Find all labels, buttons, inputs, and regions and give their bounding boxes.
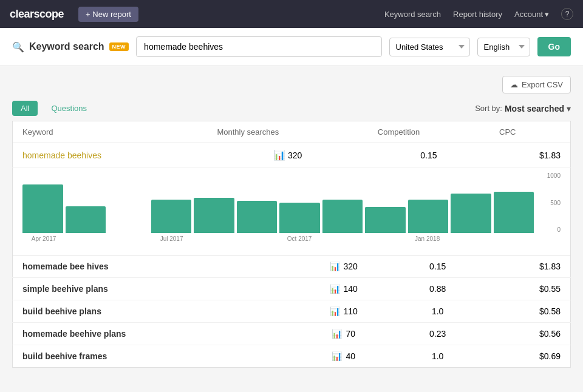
col-cpc: CPC	[489, 121, 570, 143]
x-label-7	[321, 235, 363, 242]
chart-icon[interactable]: 📊	[330, 262, 340, 271]
x-label-11	[491, 235, 534, 242]
table-row: simple beehive plans📊1400.88$0.55	[13, 278, 571, 300]
y-label-1: 500	[550, 200, 561, 206]
y-axis: 10005000	[539, 172, 561, 233]
x-label-9: Jan 2018	[406, 235, 449, 242]
chart-bar-4	[194, 198, 234, 233]
table-header-row: Keyword Monthly searches Competition CPC	[13, 121, 571, 143]
chart-bar-7	[322, 200, 363, 233]
results-table: Keyword Monthly searches Competition CPC…	[12, 121, 571, 255]
main-keyword-name: homemade beehives	[13, 143, 208, 167]
col-competition: Competition	[368, 121, 489, 143]
brand-logo: clearscope	[10, 8, 64, 21]
search-input[interactable]	[136, 36, 381, 57]
export-csv-button[interactable]: ☁ Export CSV	[502, 76, 571, 93]
chart-icon[interactable]: 📊	[332, 329, 342, 339]
keyword-name: build beehive frames	[13, 345, 290, 368]
keyword-name: homemade beehive plans	[13, 323, 290, 345]
navbar: clearscope + New report Keyword search R…	[0, 0, 583, 28]
keyword-rows-table: homemade bee hives📊3200.15$1.83simple be…	[12, 255, 571, 368]
cpc: $0.69	[478, 345, 570, 368]
keyword-search-link[interactable]: Keyword search	[384, 10, 441, 19]
sort-chevron-icon: ▾	[567, 104, 571, 113]
toolbar-row: ☁ Export CSV	[12, 76, 571, 93]
chart-icon[interactable]: 📊	[330, 284, 340, 294]
chart-bar-icon[interactable]: 📊	[273, 150, 285, 160]
monthly-searches: 📊140	[290, 278, 397, 300]
cloud-icon: ☁	[510, 80, 518, 89]
keyword-name: simple beehive plans	[13, 278, 290, 300]
report-history-link[interactable]: Report history	[453, 10, 502, 19]
search-area: 🔍 Keyword search NEW United States Unite…	[0, 28, 583, 66]
filter-tabs: All Questions	[12, 101, 95, 116]
chart-icon[interactable]: 📊	[332, 351, 342, 361]
competition: 1.0	[397, 300, 478, 323]
competition: 1.0	[397, 345, 478, 368]
cpc: $0.55	[478, 278, 570, 300]
competition: 0.23	[397, 323, 478, 345]
keyword-name: homemade bee hives	[13, 255, 290, 278]
keyword-name: build beehive plans	[13, 300, 290, 323]
y-label-0: 1000	[547, 172, 561, 179]
col-keyword: Keyword	[13, 121, 208, 143]
x-label-1	[65, 235, 107, 242]
country-select[interactable]: United States United Kingdom Canada Aust…	[389, 38, 470, 56]
sort-control[interactable]: Sort by: Most searched ▾	[475, 104, 571, 113]
chart-x-labels: Apr 2017Jul 2017Oct 2017Jan 2018	[22, 235, 561, 242]
table-row: build beehive plans📊1101.0$0.58	[13, 300, 571, 323]
main-keyword-chart-icon[interactable]: 📊 320	[207, 143, 367, 167]
chart-cell: Apr 2017Jul 2017Oct 2017Jan 2018 1000500…	[13, 167, 571, 255]
x-label-10	[449, 235, 491, 242]
x-label-2	[107, 235, 150, 242]
table-row: homemade beehive plans📊700.23$0.56	[13, 323, 571, 345]
cpc: $0.58	[478, 300, 570, 323]
tab-all[interactable]: All	[12, 101, 38, 116]
chart-bar-10	[451, 194, 491, 233]
new-report-button[interactable]: + New report	[78, 7, 138, 22]
x-label-5	[236, 235, 278, 242]
monthly-searches: 📊70	[290, 323, 397, 345]
chart-bar-5	[237, 201, 278, 233]
go-button[interactable]: Go	[537, 37, 571, 56]
main-keyword-cpc: $1.83	[489, 143, 570, 167]
chart-row: Apr 2017Jul 2017Oct 2017Jan 2018 1000500…	[13, 167, 571, 255]
chart-bar-9	[408, 200, 449, 233]
keyword-search-icon: 🔍	[12, 41, 24, 53]
chart-bar-6	[279, 203, 320, 233]
search-title: 🔍 Keyword search NEW	[12, 41, 129, 53]
x-label-3: Jul 2017	[151, 235, 193, 242]
new-badge: NEW	[109, 42, 129, 51]
table-row: homemade bee hives📊3200.15$1.83	[13, 255, 571, 278]
chart-bar-11	[494, 192, 534, 233]
navbar-right: Keyword search Report history Account ▾ …	[384, 8, 573, 20]
main-keyword-row: homemade beehives 📊 320 0.15 $1.83	[13, 143, 571, 167]
sort-value[interactable]: Most searched	[505, 104, 564, 113]
monthly-searches: 📊320	[290, 255, 397, 278]
monthly-searches: 📊40	[290, 345, 397, 368]
chart-bars-area	[22, 172, 561, 233]
x-label-4	[193, 235, 236, 242]
x-label-6: Oct 2017	[278, 235, 321, 242]
account-menu[interactable]: Account ▾	[514, 10, 549, 19]
filter-sort-row: All Questions Sort by: Most searched ▾	[12, 101, 571, 116]
chart-bar-1	[66, 206, 106, 233]
monthly-searches: 📊110	[290, 300, 397, 323]
competition: 0.88	[397, 278, 478, 300]
chart-bar-3	[151, 200, 192, 233]
chart-container: Apr 2017Jul 2017Oct 2017Jan 2018 1000500…	[22, 172, 561, 245]
main-keyword-competition: 0.15	[368, 143, 489, 167]
col-monthly-searches: Monthly searches	[207, 121, 367, 143]
y-label-2: 0	[557, 226, 561, 233]
chart-bar-8	[365, 207, 406, 233]
cpc: $0.56	[478, 323, 570, 345]
x-label-8	[363, 235, 406, 242]
chart-bar-0	[22, 184, 63, 233]
tab-questions[interactable]: Questions	[43, 101, 95, 116]
chart-icon[interactable]: 📊	[330, 306, 340, 316]
sort-prefix: Sort by:	[475, 104, 502, 113]
help-icon[interactable]: ?	[561, 8, 573, 20]
language-select[interactable]: English Spanish French	[477, 38, 530, 56]
main-content: ☁ Export CSV All Questions Sort by: Most…	[0, 66, 583, 385]
cpc: $1.83	[478, 255, 570, 278]
